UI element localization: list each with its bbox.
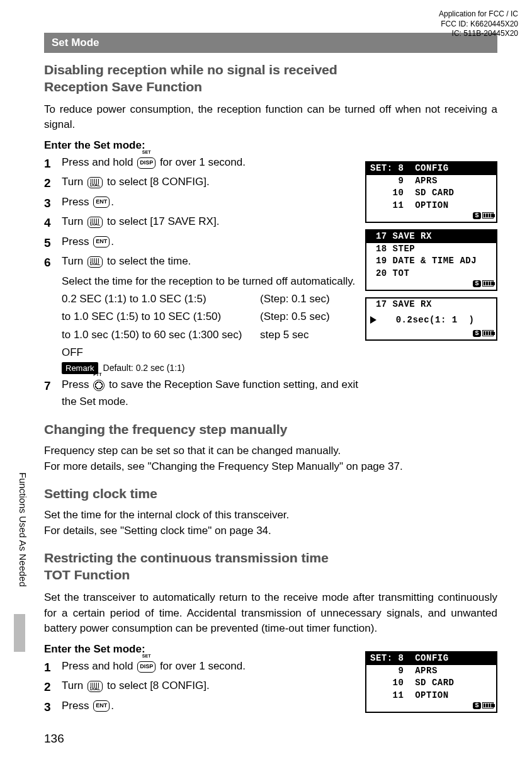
- step: 6Turn DIAL to select the time.: [44, 253, 359, 271]
- step-sub: (Step: 0.1 sec): [260, 291, 330, 307]
- step-text: .: [111, 196, 114, 208]
- lcd-saverx-list: 17 SAVE RX 18 STEP 19 DATE & TIME ADJ 20…: [365, 229, 497, 291]
- disp-key-icon: DISP: [137, 661, 156, 673]
- header-line: FCC ID: K6620445X20: [439, 20, 518, 30]
- step: 1Press and hold SETDISP for over 1 secon…: [44, 154, 359, 173]
- lcd-config: SET: 8 CONFIG 9 APRS 10 SD CARD 11 OPTIO…: [365, 651, 497, 713]
- lcd-row: 20 TOT: [366, 268, 496, 280]
- ent-key-icon: ENT: [93, 236, 110, 248]
- step: 4Turn DIAL to select [17 SAVE RX].: [44, 213, 359, 232]
- step: 7Press PTT to save the Reception Save fu…: [44, 377, 359, 410]
- dial-key-icon: DIAL: [88, 256, 103, 268]
- lcd-row: 10 SD CARD: [366, 677, 496, 690]
- step-text: Turn: [62, 215, 86, 227]
- set-label: SET: [142, 149, 151, 156]
- step-sub: Select the time for the reception to be …: [62, 273, 359, 290]
- body-text: Set the time for the internal clock of t…: [44, 508, 497, 523]
- body-text: For more details, see "Changing the Freq…: [44, 459, 497, 475]
- set-mode-banner: Set Mode: [44, 33, 497, 53]
- step: 3Press ENT.: [44, 698, 359, 716]
- step-text: Press and hold: [62, 156, 136, 168]
- step-sub: (Step: 0.5 sec): [260, 309, 330, 325]
- step: 3Press ENT.: [44, 194, 359, 212]
- step-text: to select the time.: [104, 255, 191, 267]
- step-sub-row: to 1.0 sec (1:50) to 60 sec (1:300 sec)s…: [62, 327, 359, 343]
- step: 2Turn DIAL to select [8 CONFIG].: [44, 174, 359, 192]
- lcd-row: SET: 8 CONFIG: [366, 652, 496, 665]
- lcd-column-1: SET: 8 CONFIG 9 APRS 10 SD CARD 11 OPTIO…: [365, 161, 497, 347]
- enter-set-mode-label: Enter the Set mode:: [44, 139, 497, 152]
- step-text: .: [111, 236, 114, 248]
- steps-list-1: 1Press and hold SETDISP for over 1 secon…: [44, 154, 359, 410]
- step-text: to select [17 SAVE RX].: [104, 215, 219, 227]
- header-line: IC: 511B-20445X20: [439, 29, 518, 39]
- step: 5Press ENT.: [44, 234, 359, 252]
- lcd-row: SET: 8 CONFIG: [366, 162, 496, 175]
- intro-text: To reduce power consumption, the recepti…: [44, 102, 497, 133]
- lcd-status: S: [366, 702, 496, 709]
- remark-row: RemarkDefault: 0.2 sec (1:1): [44, 362, 359, 374]
- header-line: Application for FCC / IC: [439, 9, 518, 20]
- step-text: Press: [62, 378, 92, 390]
- title-line: Disabling reception while no signal is r…: [44, 62, 497, 79]
- lcd-column-2: SET: 8 CONFIG 9 APRS 10 SD CARD 11 OPTIO…: [365, 651, 497, 719]
- lcd-row: 18 STEP: [366, 243, 496, 256]
- section-title-tot: Restricting the continuous transmission …: [44, 550, 497, 584]
- lcd-status: S: [366, 280, 496, 287]
- step-text: Press and hold: [62, 660, 136, 672]
- step-text: to save the Reception Save function sett…: [62, 378, 358, 407]
- step-text: .: [111, 700, 114, 712]
- lcd-status: S: [366, 212, 496, 219]
- title-line: Restricting the continuous transmission …: [44, 550, 497, 567]
- dial-key-icon: DIAL: [88, 681, 103, 692]
- ptt-key-icon: [93, 380, 105, 391]
- step-text: Turn: [62, 176, 86, 188]
- title-line: TOT Function: [44, 567, 497, 584]
- set-label: SET: [142, 653, 151, 660]
- step-sub: to 1.0 SEC (1:5) to 10 SEC (1:50): [62, 309, 260, 325]
- lcd-row: 9 APRS: [366, 175, 496, 188]
- step-sub-row: to 1.0 SEC (1:5) to 10 SEC (1:50)(Step: …: [62, 309, 359, 325]
- lcd-row: 17 SAVE RX: [366, 231, 496, 243]
- body-text: For details, see "Setting clock time" on…: [44, 523, 497, 539]
- intro-text: Set the transceiver to automatically ret…: [44, 590, 497, 637]
- step-text: Turn: [62, 680, 86, 692]
- side-tab-marker: [14, 614, 25, 652]
- step: 2Turn DIAL to select [8 CONFIG].: [44, 678, 359, 696]
- disp-key-icon: DISP: [137, 157, 156, 169]
- step-sub: to 1.0 sec (1:50) to 60 sec (1:300 sec): [62, 327, 260, 343]
- step-sub: OFF: [62, 344, 359, 361]
- step-sub: step 5 sec: [260, 327, 309, 343]
- doc-header: Application for FCC / IC FCC ID: K662044…: [439, 9, 518, 39]
- lcd-row: 0.2sec(1: 1 ): [366, 311, 496, 330]
- step-sub-row: 0.2 SEC (1:1) to 1.0 SEC (1:5)(Step: 0.1…: [62, 291, 359, 307]
- step-text: to select [8 CONFIG].: [104, 176, 209, 188]
- step-text: Press: [62, 196, 92, 208]
- lcd-value: 0.2sec(1: 1 ): [379, 315, 474, 325]
- lcd-row: 11 OPTION: [366, 200, 496, 212]
- lcd-row: 11 OPTION: [366, 690, 496, 702]
- step-text: to select [8 CONFIG].: [104, 680, 209, 692]
- page: Application for FCC / IC FCC ID: K662044…: [0, 0, 532, 757]
- step-text: Turn: [62, 255, 86, 267]
- title-line: Reception Save Function: [44, 79, 497, 96]
- lcd-config: SET: 8 CONFIG 9 APRS 10 SD CARD 11 OPTIO…: [365, 161, 497, 223]
- lcd-row: 10 SD CARD: [366, 187, 496, 200]
- step-sub: 0.2 SEC (1:1) to 1.0 SEC (1:5): [62, 291, 260, 307]
- step: 1Press and hold SETDISP for over 1 secon…: [44, 658, 359, 676]
- ent-key-icon: ENT: [93, 700, 110, 712]
- remark-text: Default: 0.2 sec (1:1): [103, 363, 185, 373]
- remark-badge: Remark: [62, 362, 98, 374]
- lcd-row: 19 DATE & TIME ADJ: [366, 255, 496, 268]
- play-arrow-icon: [370, 316, 376, 324]
- section-title-reception-save: Disabling reception while no signal is r…: [44, 62, 497, 96]
- ptt-label: PTT: [93, 372, 101, 378]
- dial-key-icon: DIAL: [88, 217, 103, 228]
- body-text: Frequency step can be set so that it can…: [44, 443, 497, 459]
- step-text: Press: [62, 236, 92, 248]
- step-text: for over 1 second.: [157, 156, 246, 168]
- steps-list-2: 1Press and hold SETDISP for over 1 secon…: [44, 658, 359, 716]
- section-title-clock: Setting clock time: [44, 486, 497, 503]
- section-title-freq-step: Changing the frequency step manually: [44, 421, 497, 438]
- step-text: Press: [62, 700, 92, 712]
